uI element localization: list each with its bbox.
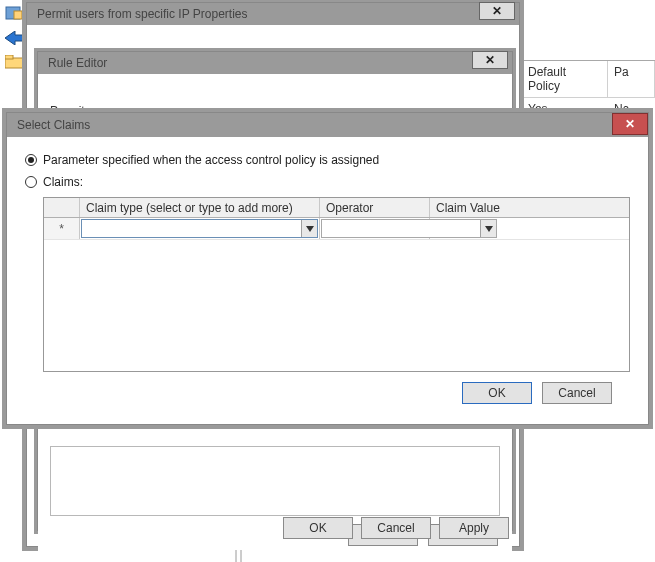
radio-parameter-specified[interactable]: Parameter specified when the access cont…	[25, 153, 630, 167]
radio-claims[interactable]: Claims:	[25, 175, 630, 189]
col-claim-type[interactable]: Claim type (select or type to add more)	[80, 198, 320, 217]
svg-rect-4	[5, 55, 13, 59]
properties-close-button[interactable]: ✕	[479, 2, 515, 20]
claims-grid-header: Claim type (select or type to add more) …	[44, 198, 629, 218]
col-claim-value[interactable]: Claim Value	[430, 198, 629, 217]
claims-grid: Claim type (select or type to add more) …	[43, 197, 630, 372]
cell-claim-value[interactable]	[430, 218, 629, 239]
svg-rect-1	[14, 11, 22, 19]
select-claims-ok-button[interactable]: OK	[462, 382, 532, 404]
cell-operator	[320, 218, 430, 239]
properties-cancel-button[interactable]: Cancel	[361, 517, 431, 539]
chevron-down-icon	[306, 226, 314, 232]
close-icon: ✕	[625, 117, 635, 131]
splitter-grip[interactable]	[232, 550, 246, 562]
select-claims-button-row: OK Cancel	[25, 372, 630, 404]
properties-title: Permit users from specific IP Properties	[37, 7, 248, 21]
radio-icon	[25, 154, 37, 166]
svg-marker-5	[306, 226, 314, 232]
select-claims-window: Select Claims ✕ Parameter specified when…	[6, 112, 649, 425]
rule-editor-title: Rule Editor	[48, 56, 107, 70]
back-arrow-icon[interactable]	[4, 28, 24, 48]
col-operator[interactable]: Operator	[320, 198, 430, 217]
rule-description-textarea[interactable]	[50, 446, 500, 516]
select-claims-close-button[interactable]: ✕	[612, 113, 648, 135]
select-claims-title: Select Claims	[17, 118, 90, 132]
tree-node-icon	[4, 4, 24, 24]
close-icon: ✕	[492, 4, 502, 18]
properties-ok-button[interactable]: OK	[283, 517, 353, 539]
claim-type-combo[interactable]	[81, 219, 318, 238]
claim-type-dropdown-button[interactable]	[301, 220, 317, 237]
background-list: Default Policy Pa Yes Nc	[522, 60, 655, 120]
claim-type-input[interactable]	[82, 220, 301, 237]
select-claims-titlebar[interactable]: Select Claims ✕	[7, 113, 648, 137]
radio-parameter-label: Parameter specified when the access cont…	[43, 153, 379, 167]
radio-icon	[25, 176, 37, 188]
claims-grid-new-row[interactable]: *	[44, 218, 629, 240]
svg-marker-2	[5, 31, 23, 45]
col-pa[interactable]: Pa	[608, 61, 655, 97]
rule-editor-titlebar[interactable]: Rule Editor ✕	[38, 52, 512, 74]
rule-editor-close-button[interactable]: ✕	[472, 51, 508, 69]
close-icon: ✕	[485, 53, 495, 67]
properties-titlebar[interactable]: Permit users from specific IP Properties…	[27, 3, 519, 25]
folder-icon	[4, 52, 24, 72]
background-list-header: Default Policy Pa	[522, 61, 655, 98]
col-default-policy[interactable]: Default Policy	[522, 61, 608, 97]
cell-claim-type	[80, 218, 320, 239]
grid-corner	[44, 198, 80, 217]
radio-claims-label: Claims:	[43, 175, 83, 189]
properties-apply-button[interactable]: Apply	[439, 517, 509, 539]
properties-button-row: OK Cancel Apply	[283, 517, 509, 539]
new-row-marker: *	[44, 218, 80, 239]
select-claims-cancel-button[interactable]: Cancel	[542, 382, 612, 404]
